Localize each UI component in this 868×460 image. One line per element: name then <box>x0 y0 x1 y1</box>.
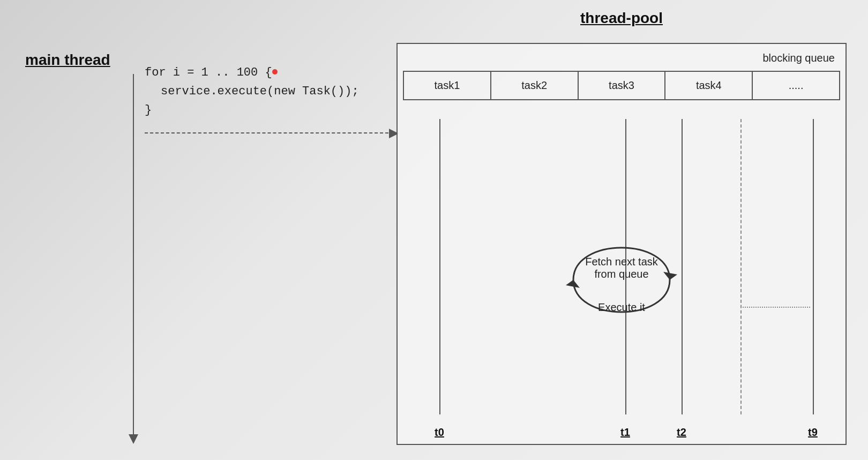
queue-cell-task2: task2 <box>491 72 579 99</box>
code-block: for i = 1 .. 100 { service.execute(new T… <box>145 63 359 120</box>
main-thread-line <box>133 74 134 439</box>
queue-row: task1 task2 task3 task4 ..... <box>403 71 840 100</box>
code-line-3: } <box>145 101 359 120</box>
thread-label-t1: t1 <box>620 426 630 439</box>
code-line-1: for i = 1 .. 100 { <box>145 63 359 82</box>
queue-cell-more: ..... <box>753 72 839 99</box>
queue-cell-task1: task1 <box>404 72 491 99</box>
thread-line-t9-solid <box>813 119 814 414</box>
thread-pool-title: thread-pool <box>396 10 847 27</box>
thread-label-t9: t9 <box>808 426 818 439</box>
main-thread-label: main thread <box>25 51 110 69</box>
queue-cell-task4: task4 <box>665 72 753 99</box>
code-line-2: service.execute(new Task()); <box>161 82 359 101</box>
blocking-queue-label: blocking queue <box>762 52 835 64</box>
thread-line-t9 <box>740 119 742 414</box>
red-dot <box>272 69 278 75</box>
svg-marker-1 <box>566 280 580 288</box>
thread-pool-container: blocking queue task1 task2 task3 task4 .… <box>396 43 847 445</box>
main-thread-arrow <box>129 434 138 444</box>
loop-fetch-text: Fetch next taskfrom queue <box>563 256 680 280</box>
thread-label-t0: t0 <box>435 426 444 439</box>
execute-text: Execute it <box>579 301 664 314</box>
thread-label-t2: t2 <box>677 426 686 439</box>
loop-circle-svg <box>547 221 697 341</box>
thread-line-t0 <box>439 119 440 414</box>
queue-cell-task3: task3 <box>579 72 666 99</box>
pool-dashed-line <box>740 307 810 308</box>
dashed-arrow-line <box>145 132 394 133</box>
